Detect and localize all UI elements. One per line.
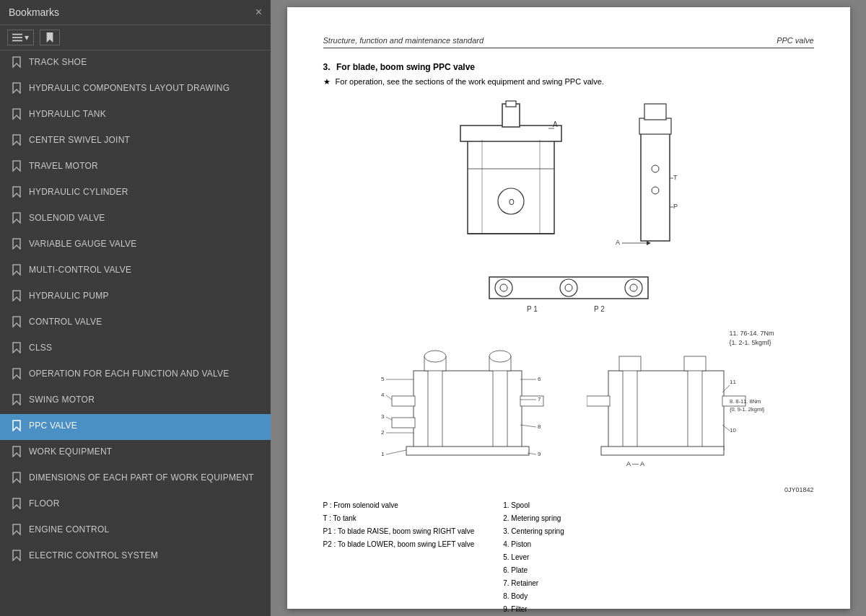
sidebar-item-travel-motor[interactable]: TRAVEL MOTOR [0, 154, 271, 180]
sidebar-item-ppc-valve[interactable]: PPC VALVE [0, 414, 271, 440]
svg-rect-45 [392, 418, 415, 428]
sidebar-item-track-shoe[interactable]: TRACK SHOE [0, 50, 271, 76]
svg-point-33 [630, 284, 637, 291]
bottom-diagrams: 5 4 6 7 3 2 8 1 [323, 327, 814, 475]
bookmark-flag-icon [12, 446, 22, 459]
left-assembly-diagram: 5 4 6 7 3 2 8 1 [363, 327, 572, 475]
sidebar-item-label: SWING MOTOR [29, 394, 95, 406]
svg-text:A: A [553, 120, 558, 128]
right-assembly-diagram: 11 10 8. 8-11. 8Nm {0. 9-1. 2kgml} A — A… [587, 327, 774, 475]
bookmark-flag-icon [12, 134, 22, 148]
page-header-left: Structure, function and maintenance stan… [323, 36, 484, 45]
section-note-text: For operation, see the sections of the w… [336, 77, 604, 86]
bookmark-flag-icon [12, 472, 22, 485]
sidebar-item-work-equipment[interactable]: WORK EQUIPMENT [0, 440, 271, 466]
legend-left: P : From solenoid valveT : To tankP1 : T… [323, 499, 475, 616]
svg-rect-16 [639, 118, 671, 134]
sidebar-item-swing-motor[interactable]: SWING MOTOR [0, 388, 271, 414]
svg-text:3: 3 [381, 413, 385, 420]
svg-point-22 [652, 165, 659, 172]
sidebar-item-hydraulic-pump[interactable]: HYDRAULIC PUMP [0, 284, 271, 310]
svg-line-62 [386, 450, 406, 454]
sidebar-item-hydraulic-cylinder[interactable]: HYDRAULIC CYLINDER [0, 180, 271, 206]
assembly-left-svg: 5 4 6 7 3 2 8 1 [363, 327, 572, 472]
bookmark-flag-icon [12, 316, 22, 330]
sidebar-item-operation-function[interactable]: OPERATION FOR EACH FUNCTION AND VALVE [0, 362, 271, 388]
svg-text:A — A: A — A [626, 460, 644, 467]
svg-point-41 [424, 351, 446, 362]
svg-rect-37 [428, 367, 442, 454]
sidebar-item-clss[interactable]: CLSS [0, 336, 271, 362]
bookmark-view-button[interactable] [40, 30, 60, 45]
svg-text:10: 10 [730, 427, 736, 434]
svg-text:6: 6 [538, 376, 541, 382]
middle-diagram: P 1 P 2 [323, 263, 814, 320]
sidebar-item-label: VARIABLE GAUGE VALVE [29, 238, 137, 250]
sidebar-item-multi-control-valve[interactable]: MULTI-CONTROL VALVE [0, 258, 271, 284]
sidebar-item-engine-control[interactable]: ENGINE CONTROL [0, 518, 271, 544]
bookmark-flag-icon [12, 238, 22, 252]
sidebar-item-control-valve[interactable]: CONTROL VALVE [0, 310, 271, 336]
svg-text:7: 7 [538, 396, 541, 402]
legend-item-left: P : From solenoid valve [323, 499, 475, 512]
svg-rect-5 [502, 104, 520, 127]
sidebar-item-label: DIMENSIONS OF EACH PART OF WORK EQUIPMEN… [29, 472, 254, 484]
sidebar-item-center-swivel-joint[interactable]: CENTER SWIVEL JOINT [0, 128, 271, 154]
bookmark-flag-icon [12, 368, 22, 382]
sidebar-item-label: PPC VALVE [29, 420, 77, 432]
svg-rect-4 [460, 126, 561, 141]
assembly-right-svg: 11 10 8. 8-11. 8Nm {0. 9-1. 2kgml} A — A [587, 327, 774, 472]
svg-point-42 [489, 351, 511, 362]
svg-rect-17 [644, 104, 666, 120]
legend-area: P : From solenoid valveT : To tankP1 : T… [323, 499, 814, 616]
sidebar-item-label: CONTROL VALVE [29, 316, 102, 328]
svg-point-31 [565, 284, 572, 291]
sidebar: Bookmarks × ▾ [0, 0, 271, 616]
sidebar-item-solenoid-valve[interactable]: SOLENOID VALVE [0, 206, 271, 232]
sidebar-item-variable-gauge-valve[interactable]: VARIABLE GAUGE VALVE [0, 232, 271, 258]
svg-rect-68 [619, 356, 641, 371]
sidebar-header: Bookmarks × [0, 0, 271, 25]
bookmark-flag-icon [12, 550, 22, 563]
bookmark-flag-icon [12, 290, 22, 304]
svg-text:1: 1 [381, 451, 385, 457]
svg-rect-38 [493, 367, 507, 454]
svg-text:T: T [673, 174, 678, 181]
sidebar-item-hydraulic-tank[interactable]: HYDRAULIC TANK [0, 102, 271, 128]
svg-text:11: 11 [730, 379, 736, 385]
bookmark-flag-icon [12, 82, 22, 96]
section-star: ★ [323, 77, 331, 86]
svg-text:5: 5 [381, 376, 385, 382]
svg-rect-3 [468, 140, 554, 234]
sidebar-item-electric-control[interactable]: ELECTRIC CONTROL SYSTEM [0, 544, 271, 570]
svg-line-50 [386, 395, 392, 400]
page-header: Structure, function and maintenance stan… [323, 36, 814, 48]
torque-label: 11. 76-14. 7Nm {1. 2-1. 5kgml} [729, 329, 774, 347]
svg-text:2: 2 [381, 429, 385, 436]
sidebar-item-floor[interactable]: FLOOR [0, 492, 271, 518]
list-view-button[interactable]: ▾ [7, 30, 34, 45]
section-title-text: For blade, boom swing PPC valve [336, 62, 475, 72]
sidebar-item-label: OPERATION FOR EACH FUNCTION AND VALVE [29, 368, 229, 380]
svg-text:A: A [616, 239, 620, 246]
bookmark-flag-icon [12, 394, 22, 408]
svg-text:8: 8 [538, 423, 541, 430]
svg-rect-6 [506, 101, 516, 107]
svg-text:O: O [509, 198, 515, 206]
sidebar-item-label: TRAVEL MOTOR [29, 160, 98, 172]
sidebar-item-dimensions[interactable]: DIMENSIONS OF EACH PART OF WORK EQUIPMEN… [0, 466, 271, 492]
legend-item-right: 1. Spool [503, 499, 564, 512]
bookmark-flag-icon [12, 264, 22, 278]
content-area: Structure, function and maintenance stan… [271, 0, 866, 616]
bookmark-flag-icon [12, 342, 22, 356]
sidebar-item-label: WORK EQUIPMENT [29, 446, 112, 458]
sidebar-close-button[interactable]: × [255, 6, 262, 19]
page-header-right: PPC valve [777, 36, 813, 45]
legend-item-left: P2 : To blade LOWER, boom swing LEFT val… [323, 538, 475, 551]
svg-text:8. 8-11. 8Nm: 8. 8-11. 8Nm [730, 398, 761, 405]
sidebar-item-hydraulic-components[interactable]: HYDRAULIC COMPONENTS LAYOUT DRAWING [0, 76, 271, 102]
legend-item-right: 8. Body [503, 590, 564, 603]
svg-rect-66 [623, 367, 637, 454]
bookmark-flag-icon [12, 498, 22, 511]
legend-item-right: 7. Retainer [503, 577, 564, 590]
